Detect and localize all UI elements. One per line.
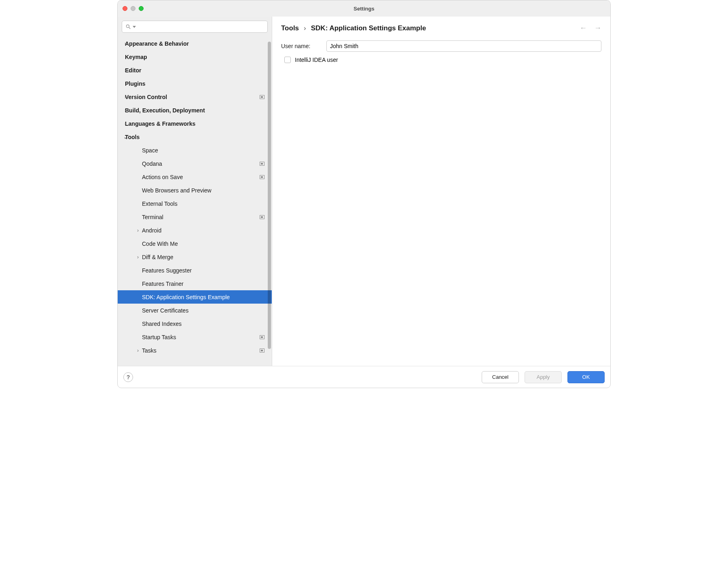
username-input[interactable] xyxy=(326,40,601,52)
sidebar-item-label: Startup Tasks xyxy=(142,334,176,340)
sidebar-item-label: External Tools xyxy=(142,201,178,207)
chevron-right-icon[interactable]: › xyxy=(119,121,132,127)
sidebar-item-label: Terminal xyxy=(142,214,163,220)
sidebar-item[interactable]: ›Languages & Frameworks xyxy=(118,117,272,130)
project-scope-icon xyxy=(260,95,265,99)
main-panel: Tools › SDK: Application Settings Exampl… xyxy=(272,17,610,366)
form-area: User name: IntelliJ IDEA user xyxy=(272,37,610,66)
sidebar-item-label: Tasks xyxy=(142,347,157,354)
sidebar-item-label: Actions on Save xyxy=(142,174,183,180)
project-scope-icon xyxy=(260,175,265,179)
main-header: Tools › SDK: Application Settings Exampl… xyxy=(272,17,610,37)
sidebar-item-label: Build, Execution, Deployment xyxy=(125,107,205,114)
search-dropdown-icon[interactable] xyxy=(133,26,136,28)
sidebar-item[interactable]: Server Certificates xyxy=(118,304,272,317)
project-scope-icon xyxy=(260,335,265,339)
sidebar-item[interactable]: ›Android xyxy=(118,224,272,237)
settings-window: Settings ›Appearance & BehaviorKeymap›Ed… xyxy=(117,0,611,388)
window-controls xyxy=(123,6,144,11)
username-row: User name: xyxy=(281,40,601,52)
chevron-right-icon[interactable]: › xyxy=(134,348,142,353)
sidebar-item-label: Plugins xyxy=(125,80,146,87)
chevron-right-icon[interactable]: › xyxy=(119,41,132,46)
chevron-right-icon[interactable]: › xyxy=(119,68,132,73)
sidebar-item[interactable]: SDK: Application Settings Example xyxy=(118,290,272,304)
breadcrumb-parent[interactable]: Tools xyxy=(281,24,299,32)
help-button[interactable]: ? xyxy=(123,372,133,382)
chevron-right-icon[interactable]: › xyxy=(119,94,132,100)
search-icon xyxy=(125,24,131,30)
sidebar-item-label: SDK: Application Settings Example xyxy=(142,294,230,300)
username-label: User name: xyxy=(281,43,320,49)
dialog-footer: ? Cancel Apply OK xyxy=(118,366,610,388)
sidebar-item-label: Keymap xyxy=(125,54,147,60)
sidebar-item[interactable]: ›Diff & Merge xyxy=(118,250,272,264)
sidebar-item-label: Appearance & Behavior xyxy=(125,40,189,47)
svg-line-1 xyxy=(129,27,131,29)
sidebar-item[interactable]: Shared Indexes xyxy=(118,317,272,330)
sidebar-item-label: Shared Indexes xyxy=(142,321,182,327)
sidebar-item[interactable]: Qodana xyxy=(118,157,272,170)
search-wrap xyxy=(118,17,272,37)
breadcrumb: Tools › SDK: Application Settings Exampl… xyxy=(281,24,426,32)
sidebar-item-label: Server Certificates xyxy=(142,307,188,314)
titlebar: Settings xyxy=(118,0,610,17)
sidebar-item[interactable]: ›Version Control xyxy=(118,90,272,103)
sidebar-item[interactable]: Terminal xyxy=(118,210,272,224)
sidebar-item[interactable]: ›Tasks xyxy=(118,344,272,357)
settings-tree[interactable]: ›Appearance & BehaviorKeymap›EditorPlugi… xyxy=(118,37,272,366)
chevron-right-icon[interactable]: › xyxy=(119,108,132,113)
breadcrumb-separator-icon: › xyxy=(304,24,306,32)
sidebar-item[interactable]: Web Browsers and Preview xyxy=(118,184,272,197)
sidebar-item[interactable]: Code With Me xyxy=(118,237,272,250)
project-scope-icon xyxy=(260,348,265,353)
project-scope-icon xyxy=(260,215,265,219)
breadcrumb-current: SDK: Application Settings Example xyxy=(311,24,426,32)
sidebar-item[interactable]: ›Build, Execution, Deployment xyxy=(118,103,272,117)
close-window-button[interactable] xyxy=(123,6,127,11)
search-box[interactable] xyxy=(122,21,268,33)
sidebar-item-label: Qodana xyxy=(142,161,162,167)
sidebar-item[interactable]: Space xyxy=(118,144,272,157)
intellij-user-row[interactable]: IntelliJ IDEA user xyxy=(281,57,601,63)
search-input[interactable] xyxy=(138,24,264,30)
settings-sidebar: ›Appearance & BehaviorKeymap›EditorPlugi… xyxy=(118,17,272,366)
sidebar-item[interactable]: Startup Tasks xyxy=(118,330,272,344)
intellij-user-label: IntelliJ IDEA user xyxy=(295,57,338,63)
content-area: ›Appearance & BehaviorKeymap›EditorPlugi… xyxy=(118,17,610,366)
sidebar-item-label: Languages & Frameworks xyxy=(125,120,195,127)
ok-button[interactable]: OK xyxy=(567,371,605,383)
window-title: Settings xyxy=(118,6,610,12)
project-scope-icon xyxy=(260,162,265,166)
sidebar-scrollbar[interactable] xyxy=(268,42,271,349)
chevron-down-icon[interactable]: ⌄ xyxy=(119,134,132,140)
sidebar-item[interactable]: ›Appearance & Behavior xyxy=(118,37,272,50)
chevron-right-icon[interactable]: › xyxy=(134,228,142,233)
sidebar-item-label: Features Suggester xyxy=(142,267,192,274)
sidebar-item[interactable]: Features Suggester xyxy=(118,264,272,277)
minimize-window-button[interactable] xyxy=(131,6,135,11)
sidebar-item[interactable]: Features Trainer xyxy=(118,277,272,290)
sidebar-item-label: Android xyxy=(142,227,161,234)
sidebar-item-label: Code With Me xyxy=(142,241,178,247)
sidebar-item-label: Web Browsers and Preview xyxy=(142,187,212,194)
sidebar-item[interactable]: ›Editor xyxy=(118,63,272,77)
sidebar-item-label: Features Trainer xyxy=(142,281,184,287)
sidebar-item[interactable]: Actions on Save xyxy=(118,170,272,184)
sidebar-item[interactable]: Plugins xyxy=(118,77,272,90)
zoom-window-button[interactable] xyxy=(139,6,144,11)
sidebar-item[interactable]: ⌄Tools xyxy=(118,130,272,144)
nav-back-icon[interactable]: ← xyxy=(580,24,587,32)
nav-forward-icon[interactable]: → xyxy=(594,24,601,32)
sidebar-item-label: Diff & Merge xyxy=(142,254,174,260)
sidebar-item[interactable]: External Tools xyxy=(118,197,272,210)
sidebar-item[interactable]: Keymap xyxy=(118,50,272,63)
svg-point-0 xyxy=(126,25,129,27)
intellij-user-checkbox[interactable] xyxy=(284,57,291,63)
apply-button[interactable]: Apply xyxy=(525,371,562,383)
chevron-right-icon[interactable]: › xyxy=(134,254,142,260)
sidebar-item-label: Space xyxy=(142,147,158,154)
breadcrumb-nav: ← → xyxy=(580,24,601,32)
cancel-button[interactable]: Cancel xyxy=(482,371,519,383)
